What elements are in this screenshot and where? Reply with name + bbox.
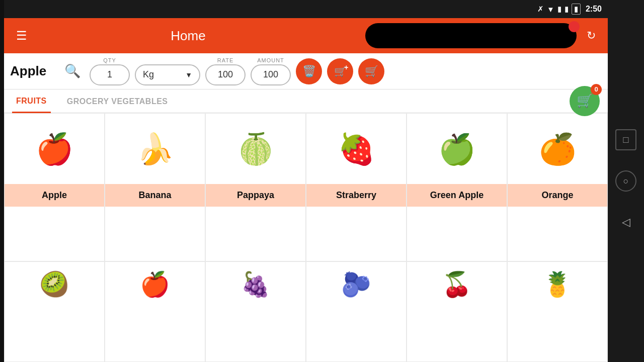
product-card-raspberry[interactable]: 🍒: [407, 261, 507, 362]
product-image-apple: 🍎: [5, 114, 104, 184]
product-grid: 🍎 Apple 🍌 Banana 🍈 Pappaya 🍓 Straberry �: [4, 113, 608, 362]
product-image-raspberry: 🍒: [407, 262, 507, 307]
nav-back-button[interactable]: ◁: [615, 212, 636, 233]
amount-label: AMOUNT: [257, 57, 284, 63]
add-cart-icon: 🛒+: [334, 65, 347, 77]
nav-home-button[interactable]: ○: [615, 170, 636, 192]
amount-input[interactable]: [251, 64, 291, 85]
bluetooth-icon: ✗: [537, 5, 544, 14]
unit-label: [167, 57, 169, 63]
status-icons: ✗ ▼ ▮ ▮ ▮ 2:50: [537, 4, 602, 15]
cart-fab-icon: 🛒: [577, 93, 593, 109]
product-card-banana[interactable]: 🍌 Banana: [105, 113, 205, 261]
phone-right-bar: □ ○ ◁: [608, 0, 644, 362]
product-card-pomegranate[interactable]: 🍎: [105, 261, 205, 362]
product-label-orange: Orange: [508, 184, 607, 207]
product-image-kiwi: 🥝: [5, 262, 104, 307]
unit-select-wrap: Kg ▼: [135, 57, 200, 85]
refresh-button[interactable]: ↻: [583, 25, 600, 46]
unit-value: Kg: [143, 69, 154, 80]
product-card-pappaya[interactable]: 🍈 Pappaya: [205, 113, 306, 261]
status-bar: ✗ ▼ ▮ ▮ ▮ 2:50: [4, 0, 608, 18]
battery-icon: ▮: [572, 4, 581, 15]
add-to-cart-button[interactable]: 🛒+: [327, 58, 353, 84]
tab-grocery-vegetables[interactable]: GROCERY VEGETABLES: [63, 90, 172, 112]
status-time: 2:50: [586, 5, 602, 14]
tab-row: FRUITS GROCERY VEGETABLES 🛒 0: [4, 89, 608, 113]
product-image-blueberry: 🫐: [306, 262, 406, 307]
toolbar-title: Home: [17, 28, 359, 44]
view-cart-button[interactable]: 🛒: [358, 58, 384, 84]
product-card-green-apple[interactable]: 🍏 Green Apple: [407, 113, 507, 261]
cart-fab-button[interactable]: 🛒 0: [570, 86, 600, 116]
product-card-strawberry[interactable]: 🍓 Straberry: [306, 113, 407, 261]
nav-square-button[interactable]: □: [615, 129, 636, 150]
product-card-orange[interactable]: 🍊 Orange: [507, 113, 608, 261]
product-label-green-apple: Green Apple: [407, 184, 507, 207]
search-bar[interactable]: [365, 23, 577, 48]
product-card-apple[interactable]: 🍎 Apple: [4, 113, 105, 261]
product-image-pineapple: 🍍: [508, 262, 607, 307]
product-label-apple: Apple: [5, 184, 104, 207]
phone-left-bar: [0, 0, 4, 362]
product-card-kiwi[interactable]: 🥝: [4, 261, 105, 362]
controls-row: Apple 🔍 QTY Kg ▼ RATE AMOUNT: [4, 53, 608, 89]
product-image-banana: 🍌: [105, 114, 205, 184]
cart-count-badge: 0: [591, 84, 602, 95]
tab-fruits[interactable]: FRUITS: [12, 89, 51, 113]
qty-input[interactable]: [90, 64, 130, 85]
product-image-orange: 🍊: [508, 114, 607, 184]
signal1-icon: ▮: [557, 5, 561, 14]
square-icon: □: [623, 135, 629, 145]
chevron-down-icon: ▼: [185, 71, 192, 79]
product-label-banana: Banana: [105, 184, 205, 207]
back-arrow-icon: ◁: [622, 216, 630, 229]
amount-field-wrap: AMOUNT: [251, 57, 291, 85]
search-bar-dot: [569, 21, 580, 32]
rate-label: RATE: [217, 57, 234, 63]
trash-icon: 🗑️: [302, 65, 316, 78]
rate-input[interactable]: [205, 64, 246, 85]
product-label-pappaya: Pappaya: [206, 184, 305, 207]
cart-icon: 🛒: [365, 65, 378, 78]
product-image-green-apple: 🍏: [407, 114, 507, 184]
app-content: ✗ ▼ ▮ ▮ ▮ 2:50 ☰ Home ↻ Apple 🔍: [4, 0, 608, 362]
product-card-grapes[interactable]: 🍇: [205, 261, 306, 362]
delete-button[interactable]: 🗑️: [296, 58, 322, 84]
circle-icon: ○: [623, 176, 629, 187]
rate-field-wrap: RATE: [205, 57, 246, 85]
selected-item-label: Apple: [10, 63, 55, 79]
unit-dropdown[interactable]: Kg ▼: [135, 64, 200, 85]
product-label-strawberry: Straberry: [306, 184, 406, 207]
product-card-blueberry[interactable]: 🫐: [306, 261, 407, 362]
product-image-grapes: 🍇: [206, 262, 305, 307]
product-image-strawberry: 🍓: [306, 114, 406, 184]
product-image-pomegranate: 🍎: [105, 262, 205, 307]
signal2-icon: ▮: [565, 5, 569, 14]
phone-frame: ✗ ▼ ▮ ▮ ▮ 2:50 ☰ Home ↻ Apple 🔍: [0, 0, 644, 362]
toolbar: ☰ Home ↻: [4, 18, 608, 53]
product-image-pappaya: 🍈: [206, 114, 305, 184]
search-button[interactable]: 🔍: [60, 61, 85, 81]
qty-field-wrap: QTY: [90, 57, 130, 85]
product-card-pineapple[interactable]: 🍍: [507, 261, 608, 362]
qty-label: QTY: [103, 57, 116, 63]
wifi-icon: ▼: [547, 5, 554, 14]
